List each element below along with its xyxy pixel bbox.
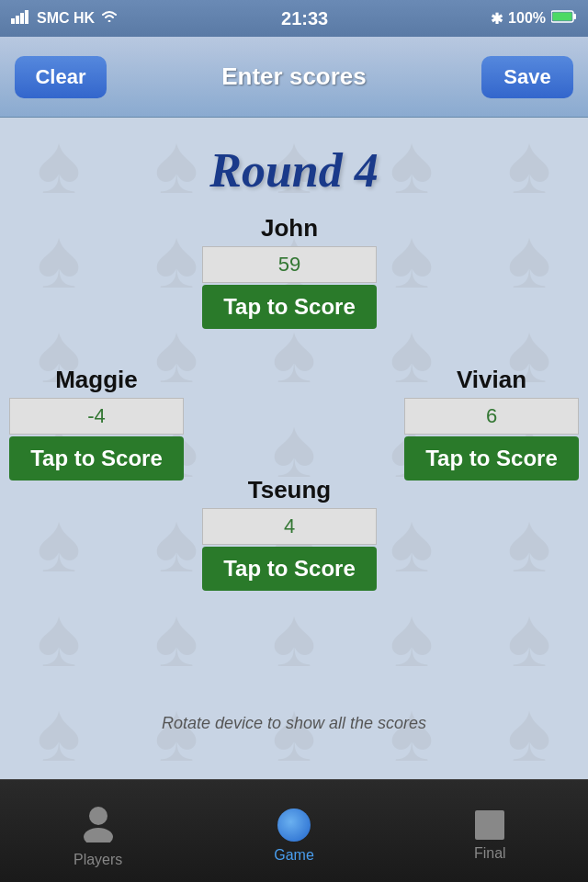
status-right: ✱ 100%: [491, 10, 577, 28]
vivian-name: Vivian: [457, 366, 526, 394]
svg-rect-5: [573, 14, 576, 19]
clear-button[interactable]: Clear: [15, 56, 107, 98]
bluetooth-icon: ✱: [491, 10, 503, 28]
tseung-name: Tseung: [248, 476, 332, 504]
tseung-score: 4: [202, 508, 377, 545]
svg-rect-1: [16, 16, 19, 24]
game-tab-icon: [277, 808, 311, 842]
svg-rect-0: [11, 18, 15, 24]
tab-game[interactable]: Game: [196, 799, 391, 864]
players-tab-icon: [82, 804, 115, 846]
player-john: John 59 Tap to Score: [202, 214, 377, 329]
battery-percent: 100%: [508, 10, 546, 27]
john-tap-button[interactable]: Tap to Score: [202, 285, 377, 329]
tab-game-label: Game: [274, 847, 314, 864]
maggie-score: -4: [9, 398, 184, 435]
svg-rect-3: [25, 10, 28, 24]
final-tab-icon: [475, 810, 504, 840]
vivian-tap-button[interactable]: Tap to Score: [404, 436, 579, 481]
john-name: John: [261, 214, 318, 243]
signal-icon: [11, 9, 31, 28]
svg-point-7: [89, 807, 107, 825]
rotate-hint: Rotate device to show all the scores: [0, 714, 588, 733]
nav-bar: Clear Enter scores Save: [0, 37, 588, 118]
nav-title: Enter scores: [221, 62, 367, 91]
maggie-tap-button[interactable]: Tap to Score: [9, 436, 184, 481]
tab-final[interactable]: Final: [392, 801, 588, 862]
tab-final-label: Final: [474, 845, 506, 862]
maggie-name: Maggie: [55, 366, 138, 394]
carrier-name: SMC HK: [37, 10, 95, 27]
svg-point-8: [84, 828, 113, 842]
svg-rect-6: [553, 13, 572, 21]
player-tseung: Tseung 4 Tap to Score: [202, 476, 377, 591]
wifi-icon: [100, 9, 119, 28]
svg-rect-2: [20, 13, 24, 24]
tab-bar: Players Game Final: [0, 779, 588, 882]
battery-icon: [551, 10, 577, 27]
player-vivian: Vivian 6 Tap to Score: [404, 366, 579, 481]
tab-players-label: Players: [74, 852, 122, 868]
player-maggie: Maggie -4 Tap to Score: [9, 366, 184, 481]
john-score: 59: [202, 246, 377, 283]
save-button[interactable]: Save: [481, 56, 573, 98]
round-title: Round 4: [0, 143, 588, 198]
tab-players[interactable]: Players: [0, 795, 196, 868]
main-content: ♠♠♠♠♠ ♠♠♠♠♠ ♠♠♠♠♠ ♠♠♠♠♠ ♠♠♠♠♠ ♠♠♠♠♠ ♠♠♠♠…: [0, 118, 588, 779]
status-left: SMC HK: [11, 9, 119, 28]
status-bar: SMC HK 21:33 ✱ 100%: [0, 0, 588, 37]
status-time: 21:33: [281, 8, 328, 29]
vivian-score: 6: [404, 398, 579, 435]
tseung-tap-button[interactable]: Tap to Score: [202, 547, 377, 591]
